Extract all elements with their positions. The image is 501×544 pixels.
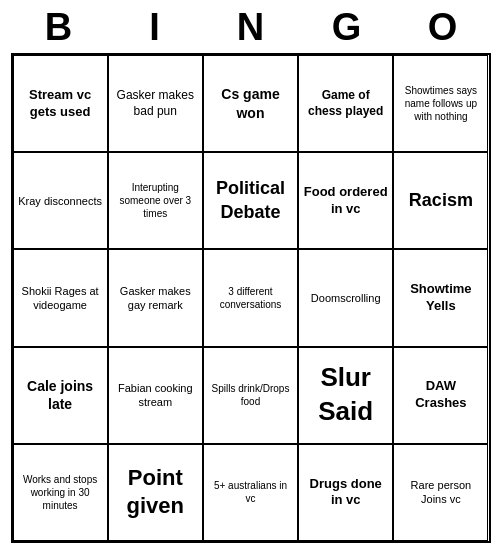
cell-4-3: Drugs done in vc — [298, 444, 393, 541]
cell-2-0: Shokii Rages at videogame — [13, 249, 108, 346]
cell-3-3: Slur Said — [298, 347, 393, 444]
cell-1-0: Kray disconnects — [13, 152, 108, 249]
cell-4-4: Rare person Joins vc — [393, 444, 488, 541]
cell-1-2: Political Debate — [203, 152, 298, 249]
cell-1-4: Racism — [393, 152, 488, 249]
cell-0-0: Stream vc gets used — [13, 55, 108, 152]
title-g: G — [302, 6, 392, 49]
cell-0-1: Gasker makes bad pun — [108, 55, 203, 152]
cell-0-2: Cs game won — [203, 55, 298, 152]
cell-3-2: Spills drink/Drops food — [203, 347, 298, 444]
cell-4-1: Point given — [108, 444, 203, 541]
title-o: O — [398, 6, 488, 49]
cell-1-1: Interupting someone over 3 times — [108, 152, 203, 249]
cell-3-0: Cale joins late — [13, 347, 108, 444]
title-i: I — [110, 6, 200, 49]
title-n: N — [206, 6, 296, 49]
cell-2-2: 3 different conversations — [203, 249, 298, 346]
cell-4-0: Works and stops working in 30 minutes — [13, 444, 108, 541]
cell-3-4: DAW Crashes — [393, 347, 488, 444]
cell-0-3: Game of chess played — [298, 55, 393, 152]
bingo-title-row: B I N G O — [11, 0, 491, 53]
cell-2-4: Showtime Yells — [393, 249, 488, 346]
cell-2-1: Gasker makes gay remark — [108, 249, 203, 346]
bingo-grid: Stream vc gets used Gasker makes bad pun… — [11, 53, 491, 543]
cell-2-3: Doomscrolling — [298, 249, 393, 346]
cell-0-4: Showtimes says name follows up with noth… — [393, 55, 488, 152]
cell-3-1: Fabian cooking stream — [108, 347, 203, 444]
cell-4-2: 5+ australians in vc — [203, 444, 298, 541]
title-b: B — [14, 6, 104, 49]
cell-1-3: Food ordered in vc — [298, 152, 393, 249]
